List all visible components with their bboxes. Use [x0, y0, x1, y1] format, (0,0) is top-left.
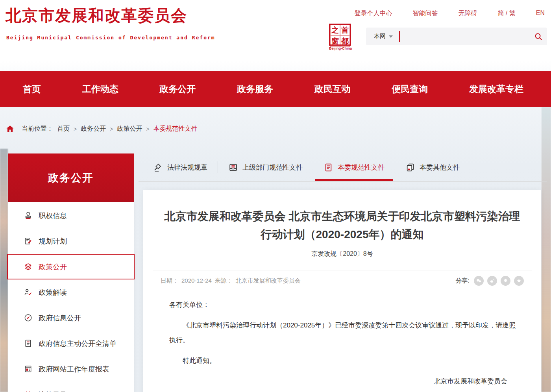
tab-superior-normative-docs[interactable]: 上级部门规范性文件	[218, 153, 313, 181]
date-value: 2020-12-24	[181, 277, 212, 285]
card-divider	[153, 270, 532, 270]
link-accessibility[interactable]: 无障碍	[458, 9, 477, 18]
nav-item-work-news[interactable]: 工作动态	[82, 83, 118, 95]
seal-icon: 之 首 窗 都	[329, 24, 351, 46]
nav-item-home[interactable]: 首页	[23, 83, 41, 95]
header-quick-links: 登录个人中心 智能问答 无障碍 简 / 繁 EN	[354, 9, 545, 18]
seal-char: 之	[330, 25, 340, 36]
link-english[interactable]: EN	[536, 9, 545, 18]
doc-lines-icon	[324, 163, 333, 172]
list-icon	[24, 339, 33, 348]
main-nav: 首页 工作动态 政务公开 政务服务 政民互动 便民查询 发展改革专栏	[0, 71, 551, 107]
link-simplified-traditional[interactable]: 简 / 繁	[497, 9, 515, 18]
stamp-icon	[24, 211, 33, 220]
document-number: 京发改规〔2020〕8号	[143, 250, 541, 258]
article-signature: 北京市发展和改革委员会	[169, 374, 522, 389]
sidebar-item-policy-disclosure[interactable]: 政策公开	[7, 254, 135, 279]
article-meta: 日期：2020-12-24 来源：北京市发展和改革委员会	[161, 277, 301, 285]
breadcrumb-policy-disclosure[interactable]: 政策公开	[117, 125, 142, 133]
share-label: 分享:	[456, 277, 470, 285]
wechat-icon[interactable]	[474, 276, 484, 286]
sidebar-title: 政务公开	[8, 153, 134, 202]
sidebar-item-label: 职权信息	[39, 211, 67, 220]
site-header: 北京市发展和改革委员会 Beijing Municipal Commission…	[0, 0, 551, 71]
nav-item-interaction[interactable]: 政民互动	[314, 83, 351, 95]
site-logo-subtitle: Beijing Municipal Commission of Developm…	[6, 35, 215, 41]
nav-item-gov-services[interactable]: 政务服务	[237, 83, 273, 95]
search-input[interactable]	[400, 28, 530, 45]
tab-label: 上级部门规范性文件	[242, 163, 303, 172]
weibo-icon[interactable]	[487, 276, 497, 286]
article-title: 北京市发展和改革委员会 北京市生态环境局关于印发北京市塑料污染治理行动计划（20…	[163, 207, 521, 244]
background-photo-right	[542, 107, 551, 392]
sidebar-list: 职权信息 规划计划	[8, 202, 134, 392]
catalog-icon	[24, 390, 33, 392]
search-icon	[534, 32, 543, 41]
sidebar-item-label: 政府信息公开	[39, 313, 81, 323]
breadcrumb: 当前位置： 首页 > 政务公开 > 政策公开 > 本委规范性文件	[6, 124, 198, 133]
breadcrumb-separator: >	[74, 126, 77, 132]
seal-char: 窗	[330, 36, 340, 47]
interpret-icon	[24, 288, 33, 297]
tab-commission-normative-docs[interactable]: 本委规范性文件	[313, 153, 395, 181]
article-paragraph: 各有关单位：	[169, 298, 522, 312]
site-logo-title[interactable]: 北京市发展和改革委员会	[6, 5, 187, 26]
capital-window-seal-logo[interactable]: 之 首 窗 都 Beijing-China	[329, 24, 352, 50]
breadcrumb-gov-disclosure[interactable]: 政务公开	[81, 125, 106, 133]
date-label: 日期：	[161, 277, 178, 285]
background-photo-left	[0, 149, 8, 392]
article-body: 各有关单位： 《北京市塑料污染治理行动计划（2020-2025年）》已经市委深改…	[143, 298, 541, 389]
breadcrumb-label: 当前位置：	[22, 125, 53, 133]
nav-item-reform-column[interactable]: 发展改革专栏	[469, 83, 523, 95]
layers-icon	[24, 262, 33, 272]
sidebar-item-annual-website-report[interactable]: 政府网站工作年度报表	[8, 356, 134, 382]
sidebar-item-authority-info[interactable]: 职权信息	[8, 203, 134, 228]
source-value: 北京市发展和改革委员会	[236, 277, 301, 285]
sidebar-item-label: 政策解读	[39, 288, 67, 297]
qq-icon[interactable]	[501, 276, 510, 286]
search-button[interactable]	[530, 28, 547, 45]
share-bar: 分享:	[456, 276, 524, 286]
search-scope-label: 本网	[374, 33, 386, 40]
chevron-down-icon	[389, 35, 393, 38]
tab-label: 本委规范性文件	[338, 163, 385, 172]
tab-laws-regulations[interactable]: 法律法规规章	[151, 153, 218, 181]
gavel-icon	[153, 163, 163, 172]
doc-copy-icon	[405, 163, 415, 172]
link-login-personal-center[interactable]: 登录个人中心	[354, 9, 392, 18]
article-meta-row: 日期：2020-12-24 来源：北京市发展和改革委员会 分享:	[143, 276, 541, 286]
plan-icon	[24, 237, 33, 246]
nav-item-convenient-query[interactable]: 便民查询	[392, 83, 428, 95]
tab-label: 本委其他文件	[420, 163, 460, 172]
source-label: 来源：	[215, 277, 233, 285]
search-scope-dropdown[interactable]: 本网	[366, 33, 399, 40]
nav-item-gov-disclosure[interactable]: 政务公开	[159, 83, 196, 95]
home-icon	[6, 124, 15, 133]
sidebar: 政务公开 职权信息	[8, 153, 134, 392]
sidebar-item-label: 政府网站工作年度报表	[39, 364, 109, 374]
article-paragraph: 《北京市塑料污染治理行动计划（2020-2025年）》已经市委深改委第十四次会议…	[169, 318, 522, 348]
document-category-tabs: 法律法规规章 上级部门规范性文件 本委规范性文件	[151, 153, 470, 181]
star-icon[interactable]	[514, 276, 524, 286]
sidebar-item-plans[interactable]: 规划计划	[8, 228, 134, 254]
seal-caption: Beijing-China	[329, 46, 352, 50]
link-smart-qa[interactable]: 智能问答	[412, 9, 438, 18]
sidebar-item-proactive-disclosure-list[interactable]: 政府信息主动公开全清单	[8, 331, 134, 356]
sidebar-item-label: 政府信息主动公开全清单	[39, 339, 116, 348]
report-icon	[24, 364, 33, 374]
compass-icon	[24, 313, 33, 323]
sidebar-item-gov-info-disclosure[interactable]: 政府信息公开	[8, 305, 134, 331]
search-box: 本网	[366, 28, 547, 45]
sidebar-item-policy-interpretation[interactable]: 政策解读	[8, 279, 134, 305]
breadcrumb-separator: >	[146, 126, 149, 132]
breadcrumb-current[interactable]: 本委规范性文件	[153, 125, 198, 133]
sidebar-item-label: 政策公开	[39, 262, 67, 272]
page: 北京市发展和改革委员会 Beijing Municipal Commission…	[0, 0, 551, 392]
tab-commission-other-docs[interactable]: 本委其他文件	[395, 153, 470, 181]
breadcrumb-home[interactable]: 首页	[57, 125, 70, 133]
sidebar-item-decision-catalog[interactable]: 决策目录	[8, 382, 134, 392]
tab-label: 法律法规规章	[167, 163, 207, 172]
sidebar-item-label: 规划计划	[39, 237, 67, 246]
seal-char: 都	[340, 36, 350, 47]
article-card: 北京市发展和改革委员会 北京市生态环境局关于印发北京市塑料污染治理行动计划（20…	[143, 190, 541, 392]
